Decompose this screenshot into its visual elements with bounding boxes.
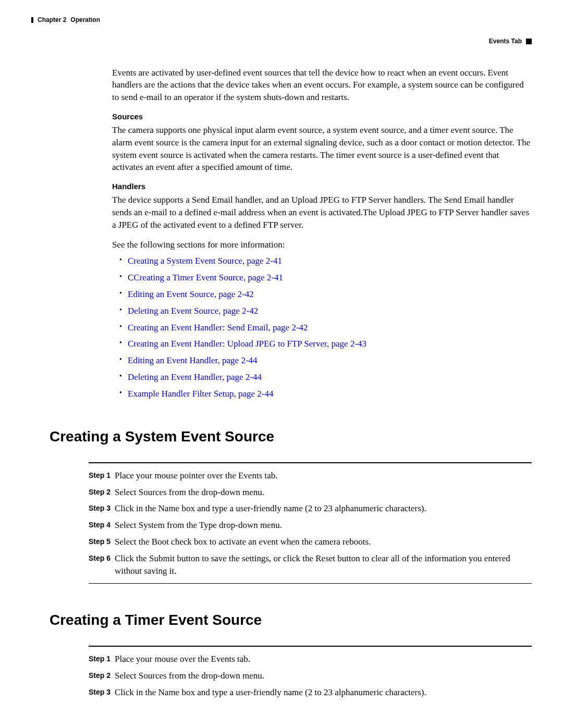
link-text[interactable]: Creating an Event Handler: Upload JPEG t…	[128, 339, 366, 349]
section1-title: Creating a System Event Source	[50, 426, 532, 447]
step-text: Select System from the Type drop-down me…	[115, 519, 532, 532]
link-item: CCreating a Timer Event Source, page 2-4…	[119, 272, 532, 284]
step-row: Step 4 Select System from the Type drop-…	[89, 519, 532, 532]
step-text: Click in the Name box and type a user-fr…	[115, 686, 532, 699]
step-row: Step 2 Select Sources from the drop-down…	[89, 670, 532, 682]
chapter-title: Operation	[70, 16, 100, 24]
see-more-text: See the following sections for more info…	[112, 239, 532, 251]
step-row: Step 2 Select Sources from the drop-down…	[89, 486, 532, 499]
step-row: Step 1 Place your mouse pointer over the…	[89, 470, 532, 482]
section2-steps: Step 1 Place your mouse over the Events …	[89, 653, 532, 698]
step-label: Step 6	[89, 552, 115, 564]
intro-para: Events are activated by user-defined eve…	[112, 67, 532, 104]
step-text: Place your mouse pointer over the Events…	[115, 470, 532, 482]
section2-rule-top	[89, 646, 532, 647]
link-item: Creating an Event Handler: Send Email, p…	[119, 322, 532, 334]
link-list: Creating a System Event Source, page 2-4…	[119, 255, 532, 400]
step-label: Step 3	[89, 686, 115, 698]
link-item: Deleting an Event Handler, page 2-44	[119, 371, 532, 384]
link-text[interactable]: Deleting an Event Handler, page 2-44	[128, 372, 262, 382]
link-text[interactable]: Editing an Event Source, page 2-42	[128, 289, 254, 299]
handlers-para: The device supports a Send Email handler…	[112, 194, 532, 231]
link-item: Creating a System Event Source, page 2-4…	[119, 255, 532, 267]
step-row: Step 6 Click the Submit button to save t…	[89, 552, 532, 577]
header-right: Events Tab	[489, 27, 532, 46]
section1-steps: Step 1 Place your mouse pointer over the…	[89, 470, 532, 577]
chapter-label: Chapter 2	[38, 16, 66, 24]
step-label: Step 5	[89, 536, 115, 547]
step-row: Step 1 Place your mouse over the Events …	[89, 653, 532, 665]
sources-para: The camera supports one physical input a…	[112, 124, 532, 174]
step-text: Select Sources from the drop-down menu.	[115, 670, 532, 682]
header-bar-icon	[31, 17, 33, 23]
step-label: Step 2	[89, 670, 115, 681]
link-item: Example Handler Filter Setup, page 2-44	[119, 388, 532, 400]
link-item: Deleting an Event Source, page 2-42	[119, 305, 532, 317]
step-text: Select the Boot check box to activate an…	[115, 536, 532, 548]
link-item: Creating an Event Handler: Upload JPEG t…	[119, 338, 532, 350]
sources-head: Sources	[112, 111, 532, 122]
link-text[interactable]: Creating a Timer Event Source, page 2-41	[133, 273, 283, 282]
step-row: Step 5 Select the Boot check box to acti…	[89, 536, 532, 548]
section1-rule-top	[89, 462, 532, 463]
step-label: Step 4	[89, 519, 115, 530]
step-text: Select Sources from the drop-down menu.	[115, 486, 532, 499]
link-prefix: C	[128, 273, 133, 282]
step-row: Step 3 Click in the Name box and type a …	[89, 502, 532, 515]
section1-rule-bottom	[89, 583, 532, 584]
step-text: Click the Submit button to save the sett…	[115, 552, 532, 577]
step-row: Step 3 Click in the Name box and type a …	[89, 686, 532, 699]
link-text[interactable]: Editing an Event Handler, page 2-44	[128, 355, 258, 365]
header-square-icon	[526, 39, 532, 44]
intro-section: Events are activated by user-defined eve…	[112, 67, 532, 400]
step-label: Step 1	[89, 470, 115, 481]
step-label: Step 2	[89, 486, 115, 498]
link-text[interactable]: Creating a System Event Source, page 2-4…	[128, 256, 282, 266]
tab-label: Events Tab	[489, 37, 522, 46]
header-left: Chapter 2 Operation	[31, 16, 100, 24]
step-label: Step 1	[89, 653, 115, 664]
link-item: Editing an Event Handler, page 2-44	[119, 354, 532, 367]
link-text[interactable]: Deleting an Event Source, page 2-42	[128, 306, 258, 316]
step-text: Place your mouse over the Events tab.	[115, 653, 532, 665]
section2-title: Creating a Timer Event Source	[50, 610, 532, 630]
link-item: Editing an Event Source, page 2-42	[119, 288, 532, 301]
handlers-head: Handlers	[112, 181, 532, 192]
link-text[interactable]: Creating an Event Handler: Send Email, p…	[128, 323, 308, 332]
step-text: Click in the Name box and type a user-fr…	[115, 502, 532, 515]
page-header-right: Events Tab	[31, 27, 532, 46]
page-header: Chapter 2 Operation	[31, 16, 532, 24]
link-text[interactable]: Example Handler Filter Setup, page 2-44	[128, 389, 273, 399]
step-label: Step 3	[89, 502, 115, 514]
